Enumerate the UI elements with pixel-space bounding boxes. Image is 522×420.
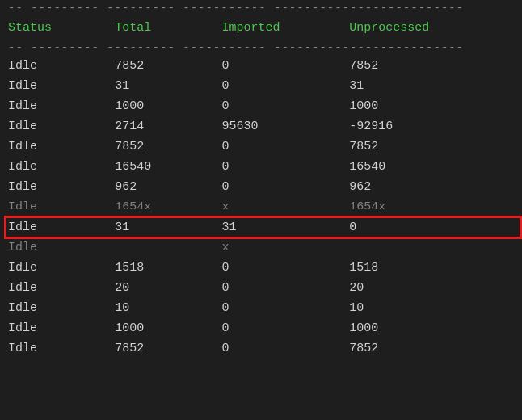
cell-imported: 0	[213, 76, 341, 96]
cell-imported: 0	[213, 96, 341, 116]
table-row: Idle 20 0 20	[0, 278, 522, 298]
cell-imported: 0	[213, 136, 341, 157]
cell-status: Idle	[0, 136, 107, 157]
cell-status: Idle	[0, 76, 107, 96]
header-row: Status Total Imported Unprocessed	[0, 16, 522, 40]
table-row: Idle x	[0, 237, 522, 258]
cell-imported: 31	[213, 217, 341, 237]
cell-total	[107, 237, 213, 258]
data-table: -- --------- --------- ----------- -----…	[0, 0, 522, 359]
cell-status: Idle	[0, 157, 107, 177]
cell-imported: 0	[213, 318, 341, 338]
cell-status: Idle	[0, 177, 107, 197]
cell-total: 962	[107, 177, 213, 197]
cell-status: Idle	[0, 96, 107, 116]
table-container: -- --------- --------- ----------- -----…	[0, 0, 522, 359]
cell-total: 10	[107, 298, 213, 318]
cell-status: Idle	[0, 318, 107, 338]
cell-status: iaIdle	[0, 217, 107, 237]
separator-row-2: -- --------- --------- ----------- -----…	[0, 40, 522, 56]
separator-line-2: -- --------- --------- ----------- -----…	[0, 40, 522, 56]
cell-unprocessed: -92916	[341, 116, 522, 136]
table-row: Idle 10 0 10	[0, 298, 522, 318]
cell-total: 7852	[107, 56, 213, 76]
table-row: Idle 2714 95630 -92916	[0, 116, 522, 136]
col-total-header: Total	[107, 16, 213, 40]
cell-status: Idle	[0, 237, 107, 258]
cell-total: 16540	[107, 157, 213, 177]
cell-unprocessed: 7852	[341, 136, 522, 157]
cell-unprocessed: 16540	[341, 157, 522, 177]
cell-total: 1518	[107, 258, 213, 278]
cell-imported: 0	[213, 298, 341, 318]
col-imported-header: Imported	[213, 16, 341, 40]
table-row: Idle 7852 0 7852	[0, 338, 522, 359]
cell-imported: 0	[213, 177, 341, 197]
cell-imported: 0	[213, 56, 341, 76]
cell-total: 20	[107, 278, 213, 298]
cell-unprocessed: 1518	[341, 258, 522, 278]
cell-status: Idle	[0, 278, 107, 298]
cell-total: 31	[107, 217, 213, 237]
cell-unprocessed: 20	[341, 278, 522, 298]
cell-total: 7852	[107, 136, 213, 157]
cell-status: Idle	[0, 116, 107, 136]
cell-unprocessed: 7852	[341, 338, 522, 359]
cell-status: Idle	[0, 197, 107, 217]
table-row: Idle 16540 0 16540	[0, 157, 522, 177]
col-unprocessed-header: Unprocessed	[341, 16, 522, 40]
cell-unprocessed	[341, 237, 522, 258]
cell-unprocessed: 0	[341, 217, 522, 237]
cell-status: Idle	[0, 56, 107, 76]
separator-row: -- --------- --------- ----------- -----…	[0, 0, 522, 16]
table-row: Idle 1000 0 1000	[0, 96, 522, 116]
cell-total: 1000	[107, 96, 213, 116]
cell-total: 1000	[107, 318, 213, 338]
cell-total: 1654x	[107, 197, 213, 217]
cell-imported: x	[213, 237, 341, 258]
cell-status: Idle	[0, 338, 107, 359]
cell-unprocessed: 10	[341, 298, 522, 318]
cell-unprocessed: 1000	[341, 318, 522, 338]
table-row: Idle 962 0 962	[0, 177, 522, 197]
cell-status: Idle	[0, 298, 107, 318]
table-row: Idle 7852 0 7852	[0, 56, 522, 76]
table-row: iaIdle 31 31 0	[0, 217, 522, 237]
table-row: Idle 1000 0 1000	[0, 318, 522, 338]
cell-imported: 0	[213, 278, 341, 298]
cell-imported: 0	[213, 258, 341, 278]
table-row: Idle 31 0 31	[0, 76, 522, 96]
table-row: Idle 1518 0 1518	[0, 258, 522, 278]
table-row: Idle 1654x x 1654x	[0, 197, 522, 217]
cell-total: 31	[107, 76, 213, 96]
separator-line: -- --------- --------- ----------- -----…	[0, 0, 522, 16]
cell-imported: 0	[213, 157, 341, 177]
col-status-header: Status	[0, 16, 107, 40]
cell-imported: 95630	[213, 116, 341, 136]
cell-total: 7852	[107, 338, 213, 359]
cell-imported: 0	[213, 338, 341, 359]
cell-unprocessed: 962	[341, 177, 522, 197]
cell-imported: x	[213, 197, 341, 217]
cell-status: Idle	[0, 258, 107, 278]
cell-unprocessed: 1000	[341, 96, 522, 116]
cell-unprocessed: 7852	[341, 56, 522, 76]
table-row: Idle 7852 0 7852	[0, 136, 522, 157]
cell-unprocessed: 31	[341, 76, 522, 96]
cell-total: 2714	[107, 116, 213, 136]
cell-unprocessed: 1654x	[341, 197, 522, 217]
